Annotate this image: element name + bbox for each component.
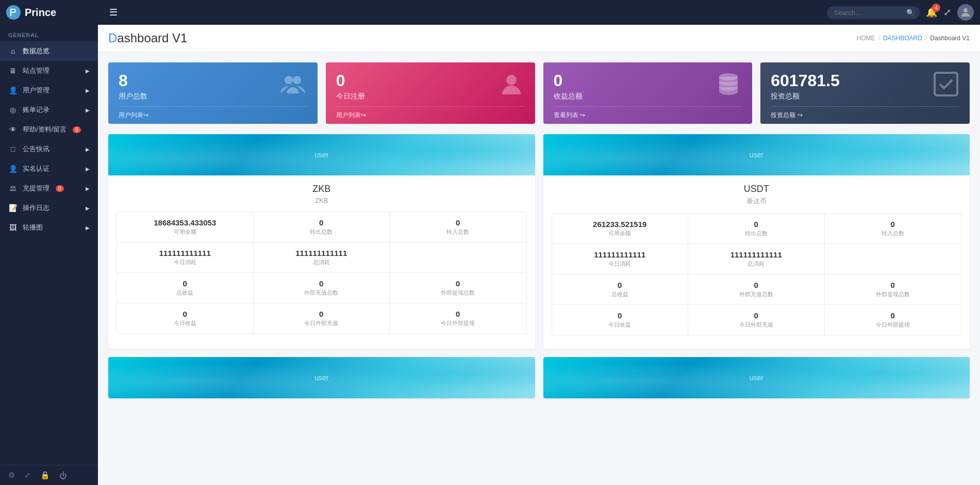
page-header: Dashboard V1 HOME / DASHBOARD / Dashboar… — [98, 25, 980, 52]
sidebar-item-realname[interactable]: 👤 实名认证 ▶ — [0, 159, 98, 179]
register-icon — [498, 71, 525, 104]
zkb-subtitle: ZKB — [117, 197, 527, 204]
sidebar-item-label: 轮播图 — [23, 223, 43, 232]
usdt-stat-label: 外部提现总数 — [829, 290, 957, 298]
usdt-stat-ext-recharge: 0 外部充值总数 — [688, 274, 825, 305]
recharge-badge: 0 — [56, 185, 64, 192]
lock-icon[interactable]: 🔒 — [40, 471, 50, 480]
usdt-stat-out: 0 转出总数 — [688, 214, 825, 244]
user-avatar[interactable] — [957, 4, 974, 21]
sidebar-item-accounts[interactable]: ◎ 账单记录 ▶ — [0, 100, 98, 120]
stat-footer-today-register[interactable]: 用户列表↪ — [336, 106, 525, 124]
page-title: Dashboard V1 — [108, 31, 187, 45]
zkb-stat-value: 111111111111 — [258, 249, 386, 257]
breadcrumb-home[interactable]: HOME — [857, 35, 875, 42]
notifications-button[interactable]: 🔔 4 — [926, 7, 937, 18]
breadcrumb-sep1: / — [878, 35, 880, 42]
monitor-icon: 🖥 — [8, 67, 18, 75]
zkb-stat-label: 今日外部充值 — [258, 319, 386, 327]
main-content: Dashboard V1 HOME / DASHBOARD / Dashboar… — [98, 25, 980, 485]
arrow-icon: ▶ — [86, 166, 90, 172]
zkb-stat-value: 0 — [258, 218, 386, 227]
stat-cards: 8 用户总数 用户列表↪ — [108, 62, 970, 124]
zkb-stat-value: 0 — [121, 279, 249, 288]
zkb-stat-value: 0 — [258, 279, 386, 288]
zkb-stat-value: 0 — [258, 310, 386, 318]
users-icon — [278, 71, 307, 106]
stat-label-invest: 投资总额 — [771, 92, 959, 101]
power-icon[interactable]: ⏻ — [59, 471, 67, 480]
usdt-stat-label: 转出总数 — [692, 230, 820, 237]
zkb-panel-body: ZKB ZKB 18684353.433053 可用余额 0 转出总数 — [108, 175, 535, 347]
usdt-stat-total-consume: 111111111111 总消耗 — [688, 244, 825, 274]
usdt-subtitle: 泰达币 — [552, 197, 962, 206]
zkb-stat-out: 0 转出总数 — [254, 212, 390, 242]
bottom-panels: user user — [108, 357, 970, 398]
sidebar-item-help[interactable]: 👁 帮助/资料/留言 0 — [0, 120, 98, 139]
zkb-stat-today-ext-withdraw: 0 今日外部提现 — [390, 303, 526, 333]
content-area: 8 用户总数 用户列表↪ — [98, 52, 980, 409]
breadcrumb-parent[interactable]: DASHBOARD — [883, 35, 922, 42]
zkb-stat-label: 转出总数 — [258, 228, 386, 236]
zkb-stat-label: 外部提现总数 — [394, 289, 522, 297]
zkb-panel-banner: user — [108, 134, 535, 175]
sidebar-item-sites[interactable]: 🖥 站点管理 ▶ — [0, 61, 98, 80]
zkb-title: ZKB — [117, 184, 527, 195]
stat-value-revenue: 0 — [554, 72, 742, 90]
user-icon: 👤 — [8, 86, 18, 94]
search-input[interactable] — [827, 6, 920, 19]
expand-icon[interactable]: ⤢ — [943, 7, 951, 18]
sidebar-item-dashboard[interactable]: ⌂ 数据总览 — [0, 41, 98, 61]
zkb-banner-text: user — [314, 151, 328, 159]
zkb-stat-label: 今日消耗 — [121, 258, 249, 266]
menu-toggle-icon[interactable]: ☰ — [104, 5, 123, 20]
log-icon: 📝 — [8, 204, 18, 212]
usdt-stat-total-revenue: 0 总收益 — [552, 274, 689, 305]
usdt-stat-label: 外部充值总数 — [692, 290, 820, 298]
sidebar-item-notice[interactable]: □ 公告快讯 ▶ — [0, 139, 98, 159]
home-icon: ⌂ — [8, 47, 18, 55]
usdt-stat-label: 今日外部充值 — [692, 321, 820, 329]
sidebar-item-oplog[interactable]: 📝 操作日志 ▶ — [0, 198, 98, 218]
usdt-stat-value: 0 — [692, 281, 820, 289]
help-badge: 0 — [73, 126, 81, 133]
usdt-stat-label: 今日消耗 — [556, 260, 684, 268]
settings-icon[interactable]: ⚙ — [8, 471, 15, 480]
sidebar-item-banner[interactable]: 🖼 轮播图 ▶ — [0, 218, 98, 237]
zkb-stat-label: 今日收益 — [121, 319, 249, 327]
usdt-stat-today-revenue: 0 今日收益 — [552, 305, 689, 335]
sidebar-footer: ⚙ ⤢ 🔒 ⏻ — [0, 465, 98, 485]
usdt-panel: user USDT 泰达币 261233.521519 可用余额 0 — [543, 134, 970, 349]
brand: Prince — [6, 5, 104, 20]
sidebar-item-users[interactable]: 👤 用户管理 ▶ — [0, 80, 98, 100]
zkb-stat-ext-recharge: 0 外部充值总数 — [254, 273, 390, 303]
stat-footer-text: 用户列表↪ — [336, 111, 366, 120]
expand-sidebar-icon[interactable]: ⤢ — [24, 471, 31, 480]
zkb-stat-value: 18684353.433053 — [121, 218, 249, 227]
stat-footer-revenue[interactable]: 查看列表 ↪ — [554, 106, 742, 124]
bottom-panel-2-banner: user — [543, 357, 970, 398]
zkb-panel: user ZKB ZKB 18684353.433053 可用余额 0 — [108, 134, 535, 349]
sidebar-item-recharge[interactable]: ⚖ 充提管理 0 ▶ — [0, 179, 98, 198]
usdt-stat-value: 0 — [692, 311, 820, 320]
svg-point-0 — [964, 8, 968, 12]
usdt-panel-banner: user — [543, 134, 970, 175]
arrow-icon: ▶ — [86, 225, 90, 231]
bottom-panel-1-text: user — [314, 374, 328, 382]
usdt-stat-value: 0 — [829, 281, 957, 289]
stat-footer-invest[interactable]: 投资总额 ↪ — [771, 106, 959, 124]
page-title-rest: ashboard V1 — [117, 31, 187, 45]
search-icon[interactable]: 🔍 — [906, 9, 915, 17]
stat-card-today-register: 0 今日注册 用户列表↪ — [326, 62, 535, 124]
zkb-stat-value: 0 — [394, 310, 522, 318]
zkb-stat-in: 0 转入总数 — [390, 212, 526, 242]
billing-icon: ◎ — [8, 106, 18, 114]
search-box: 🔍 — [827, 6, 920, 19]
stat-footer-total-users[interactable]: 用户列表↪ — [119, 106, 307, 124]
bottom-panel-1-banner: user — [108, 357, 535, 398]
arrow-icon: ▶ — [86, 107, 90, 113]
zkb-stat-ext-withdraw: 0 外部提现总数 — [390, 273, 526, 303]
usdt-stat-value: 111111111111 — [692, 250, 820, 259]
svg-point-3 — [506, 75, 517, 85]
usdt-stat-label: 转入总数 — [829, 230, 957, 237]
